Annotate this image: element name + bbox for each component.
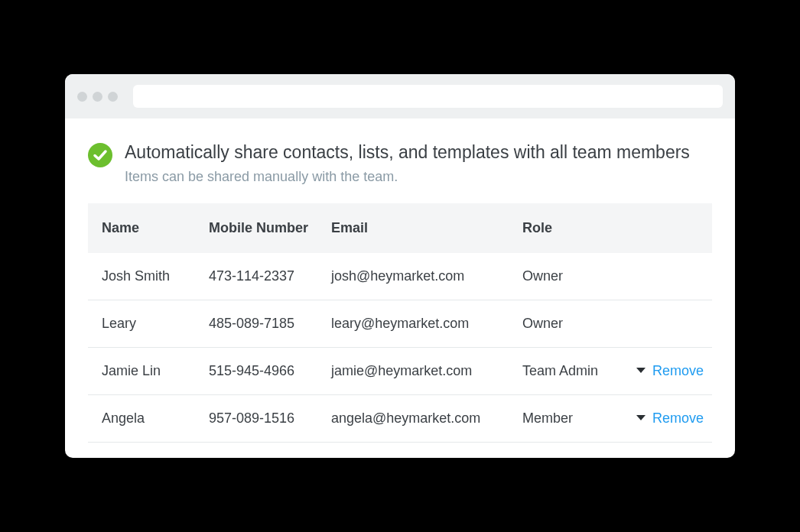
table-header: Name Mobile Number Email Role bbox=[88, 203, 712, 253]
cell-role[interactable]: Member bbox=[522, 410, 652, 427]
zoom-dot[interactable] bbox=[108, 92, 118, 102]
cell-email: leary@heymarket.com bbox=[331, 316, 522, 332]
chevron-down-icon[interactable] bbox=[636, 367, 646, 375]
remove-link[interactable]: Remove bbox=[652, 363, 704, 378]
cell-mobile: 485-089-7185 bbox=[209, 316, 331, 332]
cell-name: Leary bbox=[102, 316, 209, 332]
table-row: Angela957-089-1516angela@heymarket.comMe… bbox=[88, 395, 712, 443]
content-area: Automatically share contacts, lists, and… bbox=[65, 118, 735, 458]
share-notice: Automatically share contacts, lists, and… bbox=[88, 141, 712, 185]
cell-mobile: 515-945-4966 bbox=[209, 363, 331, 379]
cell-role: Owner bbox=[522, 316, 652, 332]
cell-name: Josh Smith bbox=[102, 268, 209, 284]
cell-role: Owner bbox=[522, 268, 652, 284]
chevron-down-icon[interactable] bbox=[636, 414, 646, 422]
col-actions bbox=[652, 220, 729, 236]
notice-subtitle: Items can be shared manually with the te… bbox=[125, 169, 712, 185]
col-role: Role bbox=[522, 220, 652, 236]
cell-name: Angela bbox=[102, 410, 209, 427]
col-name: Name bbox=[102, 220, 209, 236]
cell-mobile: 957-089-1516 bbox=[209, 410, 331, 427]
members-table: Name Mobile Number Email Role Josh Smith… bbox=[88, 203, 712, 443]
role-label: Team Admin bbox=[522, 363, 598, 379]
cell-action: Remove bbox=[652, 363, 729, 379]
cell-name: Jamie Lin bbox=[102, 363, 209, 379]
titlebar bbox=[65, 74, 735, 118]
cell-mobile: 473-114-2337 bbox=[209, 268, 331, 284]
notice-title: Automatically share contacts, lists, and… bbox=[125, 141, 712, 164]
table-row: Leary485-089-7185leary@heymarket.comOwne… bbox=[88, 300, 712, 348]
close-dot[interactable] bbox=[77, 92, 87, 102]
col-email: Email bbox=[331, 220, 522, 236]
cell-email: jamie@heymarket.com bbox=[331, 363, 522, 379]
role-label: Owner bbox=[522, 316, 563, 332]
svg-point-0 bbox=[88, 143, 112, 167]
cell-action: Remove bbox=[652, 410, 729, 427]
table-row: Jamie Lin515-945-4966jamie@heymarket.com… bbox=[88, 348, 712, 395]
window-controls bbox=[77, 92, 118, 102]
minimize-dot[interactable] bbox=[93, 92, 102, 102]
cell-email: angela@heymarket.com bbox=[331, 410, 522, 427]
check-circle-icon bbox=[88, 143, 112, 167]
cell-role[interactable]: Team Admin bbox=[522, 363, 652, 379]
remove-link[interactable]: Remove bbox=[652, 410, 704, 426]
cell-email: josh@heymarket.com bbox=[331, 268, 522, 284]
role-label: Owner bbox=[522, 268, 563, 284]
role-label: Member bbox=[522, 410, 573, 427]
url-bar[interactable] bbox=[133, 85, 723, 108]
table-row: Josh Smith473-114-2337josh@heymarket.com… bbox=[88, 253, 712, 300]
app-window: Automatically share contacts, lists, and… bbox=[65, 74, 735, 458]
col-mobile: Mobile Number bbox=[209, 220, 331, 236]
